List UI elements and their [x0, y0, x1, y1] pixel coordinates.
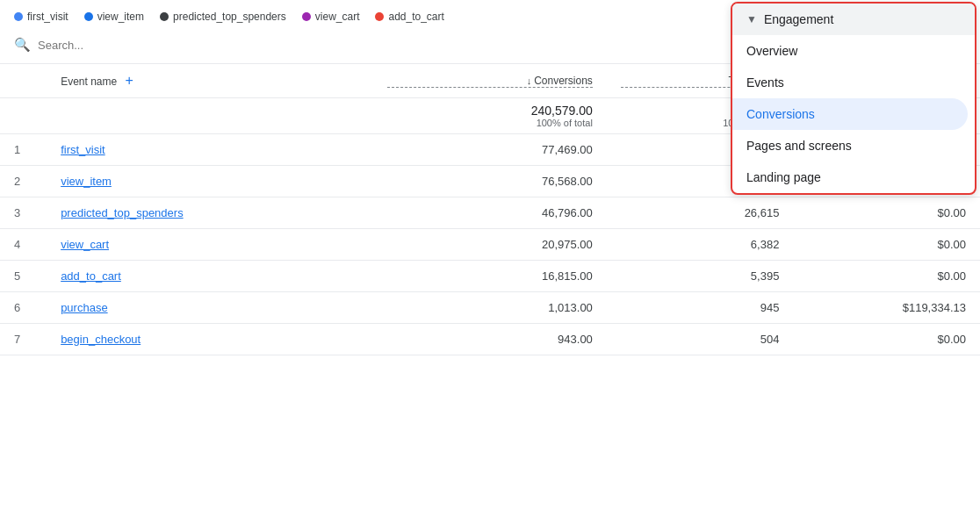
legend-item-view_item: view_item — [84, 11, 144, 23]
users-cell: 504 — [607, 324, 794, 355]
dropdown-header[interactable]: ▼ Engagement — [732, 4, 975, 35]
legend-dot-predicted_top_spenders — [160, 12, 169, 21]
legend-item-first_visit: first_visit — [14, 11, 68, 23]
dropdown-item-landing-page[interactable]: Landing page — [732, 161, 975, 193]
legend-label-first_visit: first_visit — [27, 11, 68, 23]
event-link-add_to_cart[interactable]: add_to_cart — [61, 269, 121, 283]
dropdown-item-conversions[interactable]: Conversions — [732, 98, 968, 130]
event-name-cell: predicted_top_spenders — [47, 197, 373, 229]
rank-cell: 6 — [0, 292, 47, 324]
rank-cell: 3 — [0, 197, 47, 229]
dropdown-panel: ▼ Engagement OverviewEventsConversionsPa… — [731, 2, 976, 195]
event-name-cell: view_item — [47, 166, 373, 197]
rank-cell: 5 — [0, 261, 47, 292]
event-link-view_item[interactable]: view_item — [61, 175, 112, 188]
table-row: 7 begin_checkout 943.00 504 $0.00 — [0, 324, 980, 355]
revenue-cell: $0.00 — [793, 197, 980, 229]
chevron-down-icon: ▼ — [746, 13, 757, 25]
search-input[interactable] — [38, 39, 213, 52]
conversions-cell: 76,568.00 — [373, 166, 607, 197]
event-link-first_visit[interactable]: first_visit — [61, 143, 105, 156]
conversions-cell: 1,013.00 — [373, 292, 607, 324]
users-cell: 26,615 — [607, 197, 794, 229]
legend-dot-view_cart — [302, 12, 311, 21]
rank-col-header — [0, 64, 47, 98]
event-link-predicted_top_spenders[interactable]: predicted_top_spenders — [61, 206, 184, 219]
table-row: 4 view_cart 20,975.00 6,382 $0.00 — [0, 229, 980, 261]
conversions-cell: 943.00 — [373, 324, 607, 355]
conversions-cell: 77,469.00 — [373, 134, 607, 166]
event-name-cell: add_to_cart — [47, 261, 373, 292]
event-name-col-header[interactable]: Event name + — [47, 64, 373, 98]
rank-cell: 1 — [0, 134, 47, 166]
dropdown-items-container: OverviewEventsConversionsPages and scree… — [732, 35, 975, 193]
conversions-label: Conversions — [534, 75, 593, 87]
legend-label-predicted_top_spenders: predicted_top_spenders — [173, 11, 286, 23]
users-cell: 945 — [607, 292, 794, 324]
event-link-purchase[interactable]: purchase — [61, 301, 107, 314]
event-name-cell: view_cart — [47, 229, 373, 261]
revenue-cell: $0.00 — [793, 229, 980, 261]
add-column-button[interactable]: + — [126, 73, 133, 88]
event-name-cell: first_visit — [47, 134, 373, 166]
search-icon: 🔍 — [14, 37, 31, 53]
rank-cell: 7 — [0, 324, 47, 355]
event-name-cell: purchase — [47, 292, 373, 324]
revenue-cell: $0.00 — [793, 261, 980, 292]
dropdown-item-events[interactable]: Events — [732, 67, 975, 98]
conversions-cell: 16,815.00 — [373, 261, 607, 292]
rank-cell: 4 — [0, 229, 47, 261]
event-name-label: Event name — [61, 75, 117, 88]
legend-dot-first_visit — [14, 12, 23, 21]
dropdown-header-label: Engagement — [764, 12, 833, 26]
legend-dot-add_to_cart — [375, 12, 384, 21]
conversions-cell: 20,975.00 — [373, 229, 607, 261]
dropdown-item-overview[interactable]: Overview — [732, 35, 975, 67]
subtotal-conversions: 240,579.00 100% of total — [373, 98, 607, 134]
event-link-begin_checkout[interactable]: begin_checkout — [61, 333, 141, 346]
legend-item-add_to_cart: add_to_cart — [375, 11, 443, 23]
conversions-cell: 46,796.00 — [373, 197, 607, 229]
rank-cell: 2 — [0, 166, 47, 197]
legend-dot-view_item — [84, 12, 93, 21]
table-row: 5 add_to_cart 16,815.00 5,395 $0.00 — [0, 261, 980, 292]
event-name-cell: begin_checkout — [47, 324, 373, 355]
legend-item-predicted_top_spenders: predicted_top_spenders — [160, 11, 286, 23]
event-link-view_cart[interactable]: view_cart — [61, 238, 109, 251]
users-cell: 5,395 — [607, 261, 794, 292]
sort-down-icon: ↓ — [527, 75, 532, 86]
table-row: 3 predicted_top_spenders 46,796.00 26,61… — [0, 197, 980, 229]
legend-label-view_cart: view_cart — [315, 11, 360, 23]
dropdown-item-pages-screens[interactable]: Pages and screens — [732, 130, 975, 161]
legend-label-add_to_cart: add_to_cart — [388, 11, 443, 23]
users-cell: 6,382 — [607, 229, 794, 261]
table-row: 6 purchase 1,013.00 945 $119,334.13 — [0, 292, 980, 324]
conversions-col-header[interactable]: ↓ Conversions — [373, 64, 607, 98]
legend-label-view_item: view_item — [97, 11, 144, 23]
revenue-cell: $0.00 — [793, 324, 980, 355]
legend-item-view_cart: view_cart — [302, 11, 360, 23]
revenue-cell: $119,334.13 — [793, 292, 980, 324]
subtotal-name-cell — [0, 98, 373, 134]
